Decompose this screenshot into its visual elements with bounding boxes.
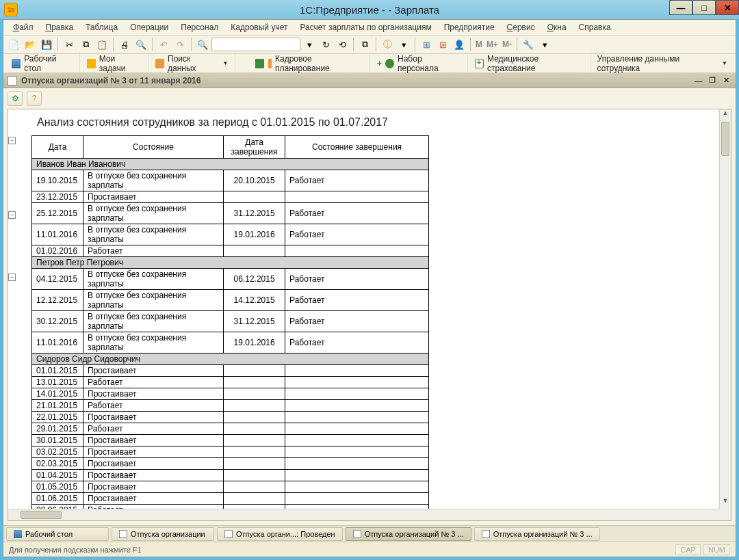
wrench-icon[interactable]: 🔧: [521, 37, 536, 52]
report-area: Анализ состояния сотрудников за период с…: [8, 109, 731, 521]
save-icon[interactable]: 💾: [39, 37, 54, 52]
taskbar-button[interactable]: Отпуска организации: [112, 527, 214, 541]
collapse-icon[interactable]: −: [8, 137, 16, 144]
taskbar-button[interactable]: Рабочий стол: [6, 527, 109, 541]
nav-desktop[interactable]: Рабочий стол: [5, 52, 80, 75]
zoom-icon[interactable]: 🔍: [195, 37, 210, 52]
copy-icon[interactable]: ⧉: [78, 37, 93, 52]
cell: [224, 388, 285, 400]
nav-tasks[interactable]: Мои задачи: [80, 52, 148, 75]
table-row[interactable]: 12.12.2015В отпуске без сохранения зарпл…: [32, 290, 429, 311]
settings-icon[interactable]: ⚙: [8, 91, 23, 106]
doc-minimize-button[interactable]: —: [693, 76, 704, 85]
nav-search[interactable]: Поиск данных▼: [148, 52, 235, 75]
clone-icon[interactable]: ⧉: [357, 37, 372, 52]
search-input[interactable]: [211, 38, 300, 51]
cell: Работает: [285, 311, 429, 332]
menu-personnel[interactable]: Персонал: [175, 21, 224, 34]
cell: 19.10.2015: [32, 170, 83, 191]
preview-icon[interactable]: 🔍: [133, 37, 148, 52]
m-minus-button[interactable]: M-: [501, 40, 513, 49]
table-row[interactable]: 25.12.2015В отпуске без сохранения зарпл…: [32, 203, 429, 224]
scroll-thumb[interactable]: [21, 511, 62, 519]
close-button[interactable]: ✕: [716, 0, 739, 15]
maximize-button[interactable]: □: [692, 0, 716, 15]
report-table[interactable]: Дата Состояние Дата завершения Состояние…: [31, 135, 429, 509]
collapse-icon[interactable]: −: [8, 211, 16, 219]
table-row[interactable]: 23.12.2015Простаивает: [32, 191, 429, 203]
statusbar: Для получения подсказки нажмите F1 CAP N…: [3, 542, 736, 557]
dropdown-icon[interactable]: ▾: [302, 37, 317, 52]
nav-icon[interactable]: ⟲: [335, 37, 350, 52]
table-row[interactable]: 02.03.2015Простаивает: [32, 458, 429, 470]
table-row[interactable]: 01.04.2015Простаивает: [32, 470, 429, 481]
nav-medical[interactable]: Медицинское страхование: [468, 52, 591, 75]
collapse-icon[interactable]: −: [8, 274, 16, 281]
undo-icon[interactable]: ↶: [156, 37, 171, 52]
menu-payroll[interactable]: Расчет зарплаты по организациям: [294, 21, 437, 34]
table-row[interactable]: 01.01.2015Простаивает: [32, 365, 429, 377]
table-row[interactable]: 13.01.2015Работает: [32, 377, 429, 388]
menu-operations[interactable]: Операции: [125, 21, 174, 34]
doc-restore-button[interactable]: ❐: [707, 76, 718, 85]
table-row[interactable]: 11.01.2016В отпуске без сохранения зарпл…: [32, 224, 429, 245]
menu-windows[interactable]: Окна: [542, 21, 572, 34]
menu-file[interactable]: Файл: [8, 21, 39, 34]
redo-icon[interactable]: ↷: [172, 37, 187, 52]
menu-service[interactable]: Сервис: [502, 21, 541, 34]
table-row[interactable]: 21.01.2015Работает: [32, 400, 429, 412]
table-row[interactable]: 30.01.2015Простаивает: [32, 435, 429, 446]
group-row[interactable]: Иванов Иван Иванович: [32, 159, 429, 170]
calc-icon[interactable]: ⊞: [419, 37, 434, 52]
table-row[interactable]: 01.06.2015Простаивает: [32, 493, 429, 505]
menu-enterprise[interactable]: Предприятие: [439, 21, 500, 34]
menu-edit[interactable]: Правка: [40, 21, 79, 34]
minimize-button[interactable]: —: [669, 0, 692, 15]
table-row[interactable]: 19.10.2015В отпуске без сохранения зарпл…: [32, 170, 429, 191]
table-row[interactable]: 01.05.2015Простаивает: [32, 481, 429, 493]
table-row[interactable]: 14.01.2015Простаивает: [32, 388, 429, 400]
group-row[interactable]: Сидоров Сидр Сидоворчич: [32, 354, 429, 365]
menu-help[interactable]: Справка: [573, 21, 617, 34]
scroll-thumb[interactable]: [721, 122, 729, 156]
taskbar-button[interactable]: Отпуска организаций № 3 ...: [474, 527, 600, 541]
scroll-up-icon[interactable]: ▲: [720, 109, 731, 121]
new-icon[interactable]: 📄: [6, 37, 21, 52]
drop-icon[interactable]: ▾: [396, 37, 411, 52]
scroll-down-icon[interactable]: ▼: [720, 497, 731, 509]
cut-icon[interactable]: ✂: [62, 37, 77, 52]
help-icon[interactable]: ?: [27, 91, 42, 106]
table-row[interactable]: 03.02.2015Простаивает: [32, 446, 429, 458]
vertical-scrollbar[interactable]: ▲ ▼: [719, 109, 731, 509]
open-icon[interactable]: 📂: [23, 37, 38, 52]
nav-planning[interactable]: Кадровое планирование: [248, 52, 370, 75]
print-icon[interactable]: 🖨: [117, 37, 132, 52]
refresh-icon[interactable]: ↻: [318, 37, 333, 52]
table-row[interactable]: 29.01.2015Работает: [32, 423, 429, 435]
table-row[interactable]: 01.02.2016Работает: [32, 245, 429, 257]
nav-employee-data[interactable]: Управление данными сотрудника▼: [591, 52, 734, 75]
menu-hr[interactable]: Кадровый учет: [225, 21, 293, 34]
user-icon[interactable]: 👤: [452, 37, 467, 52]
calendar-icon[interactable]: ⊞: [435, 37, 450, 52]
taskbar-button[interactable]: Отпуска организаций № 3 ...: [346, 527, 471, 541]
doc-close-button[interactable]: ✕: [721, 76, 731, 85]
cell: В отпуске без сохранения зарплаты: [83, 332, 224, 354]
table-row[interactable]: 30.12.2015В отпуске без сохранения зарпл…: [32, 311, 429, 332]
taskbar-button[interactable]: Отпуска органи...: Проведен: [217, 527, 343, 541]
group-row[interactable]: Петров Петр Петрович: [32, 257, 429, 269]
table-row[interactable]: 11.01.2016В отпуске без сохранения зарпл…: [32, 332, 429, 354]
paste-icon[interactable]: 📋: [94, 37, 109, 52]
separator: [470, 38, 471, 51]
cell: 06.12.2015: [224, 269, 285, 290]
info-icon[interactable]: ⓘ: [380, 37, 395, 52]
horizontal-scrollbar[interactable]: [8, 509, 719, 520]
m-button[interactable]: M: [474, 40, 484, 49]
nav-hiring[interactable]: +Набор персонала: [370, 52, 468, 75]
table-row[interactable]: 04.12.2015В отпуске без сохранения зарпл…: [32, 269, 429, 290]
taskbar-label: Отпуска организаций № 3 ...: [493, 530, 593, 538]
m-plus-button[interactable]: M+: [485, 40, 500, 49]
drop2-icon[interactable]: ▾: [537, 37, 552, 52]
menu-table[interactable]: Таблица: [80, 21, 123, 34]
table-row[interactable]: 22.01.2015Простаивает: [32, 412, 429, 423]
